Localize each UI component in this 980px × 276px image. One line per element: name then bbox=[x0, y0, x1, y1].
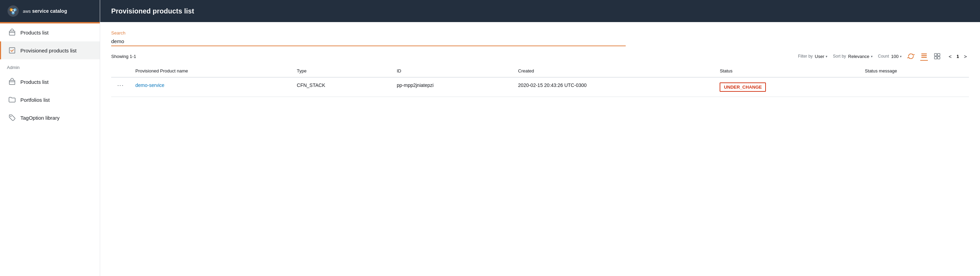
pagination-current: 1 bbox=[956, 54, 959, 59]
list-view-button[interactable] bbox=[920, 52, 928, 61]
sidebar: aws service catalog Products list bbox=[0, 0, 100, 276]
table-header-row: Provisioned Product name Type ID Created… bbox=[111, 65, 969, 77]
svg-rect-13 bbox=[934, 54, 937, 56]
showing-count: Showing 1-1 bbox=[111, 54, 136, 59]
folder-icon bbox=[8, 95, 16, 104]
col-created: Created bbox=[512, 65, 714, 77]
sidebar-item-tagoption-library[interactable]: TagOption library bbox=[0, 109, 100, 127]
svg-rect-6 bbox=[10, 48, 15, 53]
main-content-area: Provisioned products list Search Showing… bbox=[100, 0, 980, 276]
sort-by-value: Relevance bbox=[848, 54, 869, 59]
search-input[interactable] bbox=[111, 37, 626, 46]
admin-section-label: Admin bbox=[0, 59, 100, 73]
sidebar-item-portfolios-list[interactable]: Portfolios list bbox=[0, 91, 100, 109]
pagination: < 1 > bbox=[947, 53, 969, 60]
svg-point-9 bbox=[10, 116, 11, 117]
box-icon bbox=[8, 28, 16, 36]
svg-point-0 bbox=[8, 6, 19, 17]
col-menu bbox=[111, 65, 130, 77]
main-content: Search Showing 1-1 Filter by User ▾ Sort… bbox=[100, 22, 980, 276]
toolbar: Showing 1-1 Filter by User ▾ Sort by Rel… bbox=[111, 52, 969, 61]
row-id: pp-mpp2jniatepzi bbox=[391, 77, 512, 97]
svg-rect-11 bbox=[921, 55, 927, 56]
svg-rect-14 bbox=[937, 54, 940, 56]
sort-by-group: Sort by Relevance ▾ bbox=[833, 54, 872, 59]
sidebar-item-products-list-label: Products list bbox=[21, 30, 49, 35]
filter-by-chevron-icon: ▾ bbox=[826, 54, 827, 58]
refresh-button[interactable] bbox=[907, 52, 915, 60]
svg-rect-15 bbox=[934, 57, 937, 59]
products-table: Provisioned Product name Type ID Created… bbox=[111, 65, 969, 97]
sidebar-item-provisioned-products-list-label: Provisioned products list bbox=[21, 48, 77, 54]
row-menu-cell: ⋮ bbox=[111, 77, 130, 97]
count-label: Count bbox=[878, 54, 889, 59]
count-select[interactable]: 100 ▾ bbox=[891, 54, 902, 59]
sort-by-select[interactable]: Relevance ▾ bbox=[848, 54, 872, 59]
main-header: Provisioned products list bbox=[100, 0, 980, 22]
table-row: ⋮ demo-service CFN_STACK pp-mpp2jniatepz… bbox=[111, 77, 969, 97]
col-name: Provisioned Product name bbox=[130, 65, 291, 77]
row-product-name[interactable]: demo-service bbox=[130, 77, 291, 97]
svg-rect-16 bbox=[937, 57, 940, 59]
sidebar-item-admin-products-list-label: Products list bbox=[21, 79, 49, 85]
col-status: Status bbox=[714, 65, 859, 77]
row-created: 2020-02-15 20:43:26 UTC-0300 bbox=[512, 77, 714, 97]
sidebar-item-provisioned-products-list[interactable]: Provisioned products list bbox=[0, 41, 100, 59]
filter-by-label: Filter by bbox=[798, 54, 813, 59]
sidebar-item-admin-products-list[interactable]: Products list bbox=[0, 73, 100, 91]
svg-rect-10 bbox=[921, 54, 927, 54]
sidebar-item-portfolios-list-label: Portfolios list bbox=[21, 97, 50, 103]
count-value: 100 bbox=[891, 54, 899, 59]
sidebar-item-tagoption-library-label: TagOption library bbox=[21, 115, 59, 121]
row-type: CFN_STACK bbox=[291, 77, 391, 97]
pagination-next-button[interactable]: > bbox=[962, 53, 969, 60]
provisioned-icon bbox=[8, 46, 16, 54]
col-id: ID bbox=[391, 65, 512, 77]
svg-rect-7 bbox=[10, 80, 15, 84]
row-status: UNDER_CHANGE bbox=[714, 77, 859, 97]
filter-by-group: Filter by User ▾ bbox=[798, 54, 827, 59]
toolbar-right: Filter by User ▾ Sort by Relevance ▾ Cou… bbox=[798, 52, 969, 61]
logo-aws-text: aws bbox=[23, 9, 31, 14]
row-status-message bbox=[859, 77, 969, 97]
row-id-value: pp-mpp2jniatepzi bbox=[397, 82, 434, 88]
sidebar-item-products-list[interactable]: Products list bbox=[0, 24, 100, 41]
sidebar-nav: Products list Provisioned products list … bbox=[0, 24, 100, 276]
count-chevron-icon: ▾ bbox=[900, 54, 902, 58]
tag-icon bbox=[8, 114, 16, 122]
count-group: Count 100 ▾ bbox=[878, 54, 902, 59]
filter-by-value: User bbox=[815, 54, 824, 59]
pagination-prev-button[interactable]: < bbox=[947, 53, 954, 60]
sidebar-logo: aws service catalog bbox=[0, 0, 100, 22]
row-menu-dots-button[interactable]: ⋮ bbox=[117, 82, 124, 89]
svg-rect-4 bbox=[10, 31, 15, 35]
filter-by-select[interactable]: User ▾ bbox=[815, 54, 827, 59]
sort-by-chevron-icon: ▾ bbox=[871, 54, 873, 58]
admin-box-icon bbox=[8, 78, 16, 86]
status-badge: UNDER_CHANGE bbox=[720, 82, 766, 92]
grid-view-button[interactable] bbox=[933, 52, 941, 60]
search-label: Search bbox=[111, 30, 969, 35]
col-type: Type bbox=[291, 65, 391, 77]
logo-service-catalog-text: service catalog bbox=[32, 8, 67, 14]
aws-logo-icon bbox=[7, 5, 19, 17]
sidebar-logo-text: aws service catalog bbox=[23, 8, 67, 14]
col-status-message: Status message bbox=[859, 65, 969, 77]
page-title: Provisioned products list bbox=[111, 7, 194, 15]
svg-rect-12 bbox=[921, 57, 927, 58]
search-section: Search bbox=[111, 30, 969, 46]
sort-by-label: Sort by bbox=[833, 54, 846, 59]
